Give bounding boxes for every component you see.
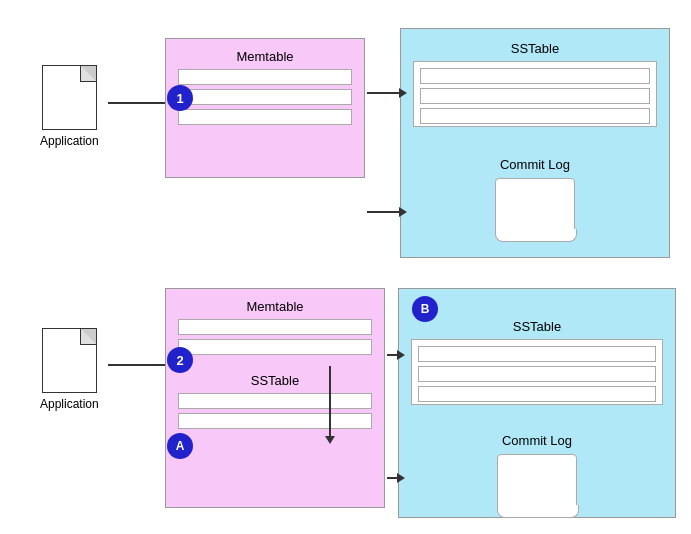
ss-row-2 xyxy=(420,88,650,104)
arrow-head-2b xyxy=(397,350,405,360)
badge-B: B xyxy=(412,296,438,322)
memtable-rows-2 xyxy=(178,319,372,355)
doc-shape-1 xyxy=(42,65,97,130)
sstable-outer-title-2: SSTable xyxy=(411,319,663,334)
app-label-1: Application xyxy=(40,134,99,148)
doc-shape-2 xyxy=(42,328,97,393)
commitlog-shape-1 xyxy=(495,178,575,233)
ss-row-1 xyxy=(420,68,650,84)
memtable-box-2: Memtable SSTable xyxy=(165,288,385,508)
commitlog-section-2: Commit Log xyxy=(411,433,663,509)
arrow-head-2c xyxy=(397,473,405,483)
arrow-commitlog-1 xyxy=(367,207,407,217)
sstable-inner-rows-2 xyxy=(178,393,372,429)
arrow-vline-2a xyxy=(329,366,331,436)
ss-row-3 xyxy=(420,108,650,124)
app-label-2: Application xyxy=(40,397,99,411)
commitlog-title-2: Commit Log xyxy=(502,433,572,448)
memtable-title-1: Memtable xyxy=(178,49,352,64)
arrow-line-2b xyxy=(387,354,397,356)
arrow-head-1c xyxy=(399,207,407,217)
sstable-title-1: SSTable xyxy=(413,41,657,56)
arrow-head-1b xyxy=(399,88,407,98)
mem2-row-2 xyxy=(178,339,372,355)
memtable-rows-1 xyxy=(178,69,352,125)
arrow-mem-ss-1 xyxy=(367,88,407,98)
diagram1: Application 1 Memtable SSTable xyxy=(10,10,681,260)
badge-1: 1 xyxy=(167,85,193,111)
mem-row-1 xyxy=(178,69,352,85)
disk-box-2: SSTable Commit Log xyxy=(398,288,676,518)
memtable-inner-2: Memtable xyxy=(178,299,372,355)
arrow-mem-outer-ss-2 xyxy=(387,350,405,360)
main-container: Application 1 Memtable SSTable xyxy=(0,0,691,534)
app-doc-2: Application xyxy=(40,328,99,411)
arrow-line-1a xyxy=(108,102,168,104)
arrow-line-1b xyxy=(367,92,399,94)
sso-row-2 xyxy=(418,366,656,382)
arrow-commitlog-2 xyxy=(387,473,405,483)
memtable-box-1: Memtable xyxy=(165,38,365,178)
commitlog-shape-2 xyxy=(497,454,577,509)
ssi-row-1 xyxy=(178,393,372,409)
arrow-line-2c xyxy=(387,477,397,479)
disk-box-1: SSTable Commit Log xyxy=(400,28,670,258)
sstable-outer-rows-2 xyxy=(411,339,663,405)
badge-2: 2 xyxy=(167,347,193,373)
sstable-outer-2: SSTable xyxy=(411,319,663,405)
sstable-inner-title-2: SSTable xyxy=(178,373,372,388)
commitlog-title-1: Commit Log xyxy=(500,157,570,172)
sstable-inner-2: SSTable xyxy=(178,373,372,429)
mem-row-2 xyxy=(178,89,352,105)
ssi-row-2 xyxy=(178,413,372,429)
commitlog-section-1: Commit Log xyxy=(413,157,657,233)
arrow-line-2a xyxy=(108,364,166,366)
badge-A: A xyxy=(167,433,193,459)
app-doc-1: Application xyxy=(40,65,99,148)
sso-row-1 xyxy=(418,346,656,362)
sso-row-3 xyxy=(418,386,656,402)
mem-row-3 xyxy=(178,109,352,125)
sstable-section-1: SSTable xyxy=(413,41,657,127)
memtable-title-2: Memtable xyxy=(178,299,372,314)
mem2-row-1 xyxy=(178,319,372,335)
arrow-line-1c xyxy=(367,211,399,213)
diagram2: Application 2 A B Memtable xyxy=(10,278,681,526)
arrow-down-inner-2 xyxy=(325,366,335,444)
sstable-rows-1 xyxy=(413,61,657,127)
arrow-vhead-2a xyxy=(325,436,335,444)
